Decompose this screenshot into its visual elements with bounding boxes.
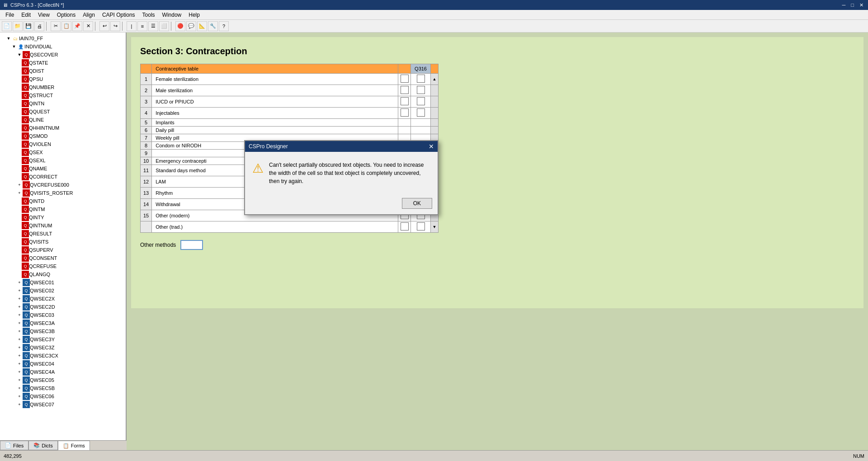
modal-overlay: CSPro Designer ✕ ⚠ Can't select partiall… [0, 0, 868, 461]
ok-button[interactable]: OK [402, 198, 432, 209]
modal-title: CSPro Designer [249, 143, 288, 150]
warning-icon: ⚠ [252, 161, 264, 176]
modal-dialog: CSPro Designer ✕ ⚠ Can't select partiall… [244, 140, 439, 215]
modal-title-bar: CSPro Designer ✕ [245, 141, 438, 152]
modal-close-button[interactable]: ✕ [429, 143, 434, 150]
modal-message-text: Can't select partially obscured text obj… [269, 161, 430, 185]
modal-footer: OK [245, 194, 438, 214]
modal-body: ⚠ Can't select partially obscured text o… [245, 152, 438, 194]
